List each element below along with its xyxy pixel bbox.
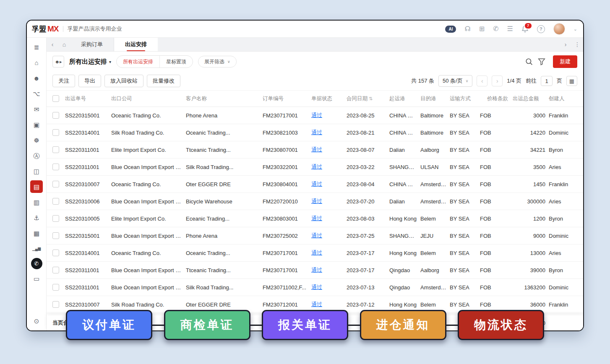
customs-docs-button[interactable]: 报关单证 xyxy=(262,310,348,340)
whatsapp-icon[interactable]: ✆ xyxy=(493,26,498,32)
table-row[interactable]: SS220310006 Blue Ocean Import Export Co.… xyxy=(47,193,583,210)
logistics-status-button[interactable]: 物流状态 xyxy=(458,310,544,340)
column-header[interactable]: 单据状态 xyxy=(311,95,347,102)
contacts-icon[interactable]: ☻ xyxy=(30,72,43,84)
column-header[interactable]: 价格条款 xyxy=(480,95,513,102)
tabs-back-icon[interactable]: ‹ xyxy=(47,38,58,51)
prev-page-button[interactable]: ‹ xyxy=(477,75,487,86)
row-checkbox[interactable] xyxy=(52,301,59,308)
reports-chart-icon[interactable]: ▁▄▆ xyxy=(30,242,43,255)
column-header[interactable]: 订单编号 xyxy=(263,95,311,102)
tab-shipment-arrangement[interactable]: 出运安排 xyxy=(114,38,158,51)
tabs-home-icon[interactable]: ⌂ xyxy=(58,38,70,51)
row-checkbox[interactable] xyxy=(52,267,59,273)
column-header[interactable]: 创建人 xyxy=(549,95,583,102)
column-header[interactable]: 出运总金额 xyxy=(513,95,549,102)
status-link[interactable]: 通过 xyxy=(311,112,322,118)
table-row[interactable]: SS220314001 Silk Road Trading Co. Oceani… xyxy=(47,124,583,141)
status-link[interactable]: 通过 xyxy=(311,164,322,170)
notifications-button[interactable]: 7 xyxy=(521,25,529,33)
mail-icon[interactable]: ✉ xyxy=(30,103,43,115)
column-header[interactable]: 客户名称 xyxy=(186,95,263,102)
select-all-checkbox[interactable] xyxy=(52,95,59,102)
column-header[interactable]: 出口公司 xyxy=(111,95,186,102)
status-link[interactable]: 通过 xyxy=(311,232,322,239)
logistics-icon[interactable]: ⚓ xyxy=(30,211,43,224)
table-row[interactable]: SS220311001 Blue Ocean Import Export Co.… xyxy=(47,262,583,279)
help-center-icon[interactable]: ⊙ xyxy=(30,315,43,327)
filter-funnel-icon[interactable] xyxy=(538,58,545,65)
export-button[interactable]: 导出 xyxy=(78,75,101,87)
column-header[interactable]: 出运单号 xyxy=(65,95,111,102)
column-header[interactable]: 目的港 xyxy=(420,95,450,102)
page-size-select[interactable]: 50 条/页 ∨ xyxy=(438,75,472,87)
negotiation-docs-button[interactable]: 议付单证 xyxy=(66,310,152,340)
status-link[interactable]: 通过 xyxy=(311,284,322,290)
view-switch-button[interactable]: ☻▸ xyxy=(52,56,64,68)
monitor-icon[interactable]: ▭ xyxy=(30,272,43,285)
row-checkbox[interactable] xyxy=(52,129,59,136)
status-link[interactable]: 通过 xyxy=(311,198,322,204)
row-checkbox[interactable] xyxy=(52,284,59,291)
shipping-docs-icon[interactable]: ▤ xyxy=(30,180,43,193)
status-link[interactable]: 通过 xyxy=(311,215,322,221)
status-link[interactable]: 通过 xyxy=(311,146,322,153)
view-selector[interactable]: 所有出运安排 ▾ xyxy=(69,58,111,66)
row-checkbox[interactable] xyxy=(52,164,59,170)
tabs-forward-icon[interactable]: › xyxy=(560,38,571,51)
row-checkbox[interactable] xyxy=(52,250,59,256)
chevron-down-icon[interactable]: ⌄ xyxy=(574,26,577,32)
row-checkbox[interactable] xyxy=(52,112,59,119)
inspection-docs-button[interactable]: 商检单证 xyxy=(164,310,250,340)
column-header[interactable]: 合同日期⇅ xyxy=(347,95,389,102)
row-checkbox[interactable] xyxy=(52,181,59,187)
follow-button[interactable]: 关注 xyxy=(52,75,75,87)
create-button[interactable]: 新建 xyxy=(553,55,577,68)
goto-page-input[interactable] xyxy=(541,76,553,86)
warehouse-notice-button[interactable]: 进仓通知 xyxy=(360,310,446,340)
tabs-more-icon[interactable]: ⋮ xyxy=(571,38,583,51)
segment-star-pinned[interactable]: 星标置顶 xyxy=(159,56,193,68)
search-icon[interactable] xyxy=(525,58,533,65)
table-row[interactable]: SS220310007 Oceanic Trading Co. Oter EGG… xyxy=(47,176,583,193)
row-checkbox[interactable] xyxy=(52,198,59,205)
products-icon[interactable]: ◫ xyxy=(30,165,43,177)
expand-filter-button[interactable]: 展开筛选 ∨ xyxy=(198,56,237,68)
status-link[interactable]: 通过 xyxy=(311,129,322,135)
marketing-a-icon[interactable]: Ⓐ xyxy=(30,149,43,162)
segment-all-shipments[interactable]: 所有出运安排 xyxy=(117,56,159,68)
org-structure-icon[interactable]: ⌥ xyxy=(30,87,43,100)
table-row[interactable]: SS220311001 Blue Ocean Import Export Co.… xyxy=(47,279,583,296)
apps-grid-icon[interactable]: ⊞ xyxy=(479,26,485,32)
table-row[interactable]: SS220311001 Elite Import Export Co. Ttce… xyxy=(47,141,583,159)
row-checkbox[interactable] xyxy=(52,146,59,153)
table-row[interactable]: SS220311001 Blue Ocean Import Export Co.… xyxy=(47,159,583,176)
warehouse-icon[interactable]: ▥ xyxy=(30,196,43,208)
home-icon[interactable]: ⌂ xyxy=(30,56,43,69)
bulk-edit-button[interactable]: 批量修改 xyxy=(147,75,180,87)
headset-support-icon[interactable]: ☊ xyxy=(464,26,470,32)
row-checkbox[interactable] xyxy=(52,232,59,239)
ai-assistant-button[interactable]: AI xyxy=(445,26,456,33)
help-button[interactable]: ? xyxy=(537,25,545,33)
table-row[interactable]: SS220315001 Oceanic Trading Co. Phone Ar… xyxy=(47,107,583,124)
user-avatar[interactable] xyxy=(553,23,565,35)
task-list-icon[interactable]: ☰ xyxy=(507,26,513,32)
next-page-button[interactable]: › xyxy=(492,75,503,86)
ledger-icon[interactable]: ▦ xyxy=(30,227,43,239)
column-header[interactable]: 起运港 xyxy=(389,95,420,102)
discover-icon[interactable]: ☸ xyxy=(30,134,43,146)
status-link[interactable]: 通过 xyxy=(311,267,322,273)
row-checkbox[interactable] xyxy=(52,215,59,222)
status-link[interactable]: 通过 xyxy=(311,181,322,187)
tab-purchase-orders[interactable]: 采购订单 xyxy=(70,38,114,51)
recycle-bin-button[interactable]: 放入回收站 xyxy=(104,75,143,87)
collapse-panel-icon[interactable]: ≣ xyxy=(30,41,43,53)
status-link[interactable]: 通过 xyxy=(311,250,322,256)
whatsapp-channel-icon[interactable]: ✆ xyxy=(31,258,42,269)
column-settings-button[interactable]: ▦ xyxy=(566,76,577,86)
status-link[interactable]: 通过 xyxy=(311,301,322,307)
table-row[interactable]: SS220310005 Elite Import Export Co. Ecea… xyxy=(47,210,583,227)
table-row[interactable]: SS220315001 Blue Ocean Import Export Co.… xyxy=(47,227,583,244)
orders-icon[interactable]: ▣ xyxy=(30,118,43,131)
